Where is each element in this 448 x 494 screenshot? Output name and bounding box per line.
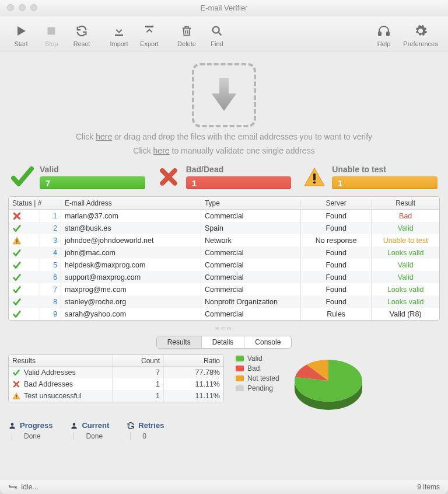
table-row[interactable]: 5helpdesk@maxprog.comCommercialFoundVali… [9,259,439,271]
row-number: 2 [40,222,61,234]
row-number: 4 [40,246,61,259]
dropzone-line1: Click here or drag and drop the files wi… [76,132,372,141]
col-email[interactable]: E-mail Address [61,199,201,207]
email-cell: stanley@roche.org [61,295,201,308]
svg-rect-6 [313,173,316,180]
find-button[interactable]: Find [204,23,230,47]
row-number: 7 [40,283,61,295]
gear-icon [412,23,429,39]
import-button[interactable]: Import [106,23,132,47]
email-cell: marian@37.com [61,210,201,222]
refresh-icon [74,23,90,39]
titlebar: E-mail Verifier [0,0,448,16]
row-number: 3 [40,234,61,246]
results-table: Status | # E-mail Address Type Server Re… [8,196,440,321]
type-cell: Spain [201,222,301,234]
email-cell: john@mac.com [61,246,201,259]
delete-button[interactable]: Delete [174,23,200,47]
trash-icon [178,23,195,39]
person-icon [70,422,78,430]
status-icon [9,259,40,271]
reset-button[interactable]: Reset [69,23,94,47]
col-type[interactable]: Type [201,199,301,207]
export-button[interactable]: Export [136,23,162,47]
result-cell: Unable to test [372,234,439,246]
result-cell: Valid [372,271,439,283]
col-server[interactable]: Server [301,199,372,207]
type-cell: Commercial [201,246,301,259]
headphones-icon [376,23,392,39]
unable-label: Unable to test [332,165,438,174]
bad-label: Bad/Dead [186,165,292,174]
type-cell: Commercial [201,259,301,271]
result-cell: Looks valid [372,246,439,259]
svg-point-3 [213,27,219,33]
window-zoom[interactable] [30,4,37,11]
svg-rect-5 [387,32,389,36]
valid-count: 7 [40,176,145,189]
upload-icon [141,23,158,39]
row-number: 1 [40,210,61,222]
window-minimize[interactable] [19,4,26,11]
status-icon [9,210,40,222]
col-status[interactable]: Status | # [9,199,61,207]
table-row[interactable]: 1marian@37.comCommercialFoundBad [9,210,439,222]
table-row[interactable]: 9sarah@yahoo.comCommercialRulesValid (R8… [9,308,439,320]
tab-details[interactable]: Details [202,336,245,348]
result-cell: Valid (R8) [372,308,439,320]
valid-label: Valid [40,165,145,174]
stop-icon [43,23,60,39]
dropzone[interactable]: Click here or drag and drop the files wi… [8,57,440,158]
network-icon [8,484,18,490]
stats-table: Results Count Ratio Valid Addresses777.7… [8,354,224,402]
tab-console[interactable]: Console [244,336,291,348]
table-row[interactable]: 8stanley@roche.orgNonprofit Organization… [9,295,439,308]
table-row[interactable]: 6support@maxprog.comCommercialFoundValid [9,271,439,283]
scol-count[interactable]: Count [113,355,164,366]
download-icon [111,23,127,39]
email-cell: sarah@yahoo.com [61,308,201,320]
table-row[interactable]: 4john@mac.comCommercialFoundLooks valid [9,246,439,259]
warning-icon [303,165,326,189]
tab-results[interactable]: Results [157,336,202,348]
status-icon [9,295,40,308]
start-button[interactable]: Start [8,23,34,47]
table-row[interactable]: 7maxprog@me.comCommercialFoundLooks vali… [9,283,439,295]
status-bar: Idle... 9 items [0,479,448,494]
stats-row[interactable]: Bad Addresses111.11% [9,378,223,390]
window-close[interactable] [7,4,14,11]
splitter-handle[interactable]: ═══ [8,324,440,332]
type-cell: Commercial [201,271,301,283]
table-row[interactable]: 3johndoe@johndoeworld.netNetworkNo respo… [9,234,439,246]
check-icon [10,165,34,189]
svg-rect-10 [16,395,16,397]
scol-ratio[interactable]: Ratio [164,355,223,366]
stats-row[interactable]: Valid Addresses777.78% [9,367,223,378]
email-cell: johndoe@johndoeworld.net [61,234,201,246]
play-icon [13,23,29,39]
dropzone-link-2[interactable]: here [153,146,170,155]
type-cell: Nonprofit Organization [201,295,301,308]
toolbar: Start Stop Reset Import Export [0,16,448,51]
dropzone-link-1[interactable]: here [96,132,112,141]
result-cell: Valid [372,259,439,271]
svg-rect-4 [379,32,381,36]
help-button[interactable]: Help [371,23,397,47]
preferences-button[interactable]: Preferences [401,23,440,47]
col-result[interactable]: Result [372,199,439,207]
result-cell: Looks valid [372,295,439,308]
svg-rect-1 [115,34,123,36]
result-cell: Looks valid [372,283,439,295]
type-cell: Commercial [201,283,301,295]
dropzone-box[interactable] [192,63,256,127]
row-number: 8 [40,295,61,308]
server-cell: Found [301,295,372,308]
stats-row[interactable]: Test unsuccessful111.11% [9,390,223,402]
scol-results[interactable]: Results [9,355,113,366]
status-icon [9,283,40,295]
window-title: E-mail Verifier [201,4,248,12]
server-cell: Rules [301,308,372,320]
pie-chart [288,354,369,413]
table-row[interactable]: 2stan@busk.esSpainFoundValid [9,222,439,234]
svg-point-11 [16,398,17,399]
